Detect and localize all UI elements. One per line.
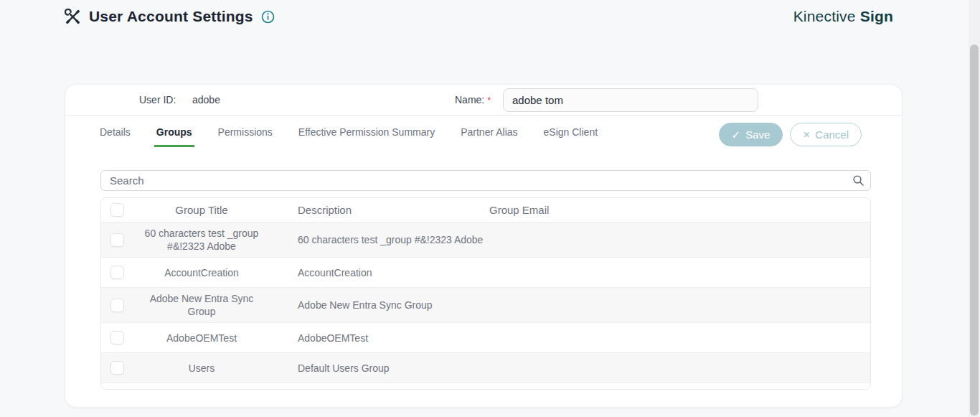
save-label: Save xyxy=(745,128,770,141)
groups-table: Group Title Description Group Email 60 c… xyxy=(100,197,871,390)
row-checkbox[interactable] xyxy=(110,299,124,312)
table-row[interactable]: AccountCreation AccountCreation xyxy=(101,258,870,288)
name-label: Name:* xyxy=(455,94,491,106)
description-cell: Default Users Group xyxy=(273,362,489,374)
table-footer-strip xyxy=(101,383,870,389)
group-title-cell: Users xyxy=(130,357,273,379)
vertical-scrollbar-track[interactable] xyxy=(969,0,980,417)
column-header-description: Description xyxy=(273,204,489,216)
brand-logo: Kinective Sign xyxy=(793,8,893,25)
description-cell: AdobeOEMTest xyxy=(273,332,489,344)
row-checkbox[interactable] xyxy=(110,361,124,375)
column-header-group-title: Group Title xyxy=(130,200,273,221)
group-title-cell: 60 characters test _group #&!2323 Adobe xyxy=(130,222,273,257)
brand-name: Kinective xyxy=(793,8,856,24)
user-id-label: User ID: xyxy=(139,94,176,106)
group-title-cell: Adobe New Entra Sync Group xyxy=(130,288,273,322)
settings-card: User ID: adobe Name:* Details Groups Per… xyxy=(65,84,903,408)
row-checkbox[interactable] xyxy=(110,331,124,345)
group-title-cell: AccountCreation xyxy=(130,262,273,284)
table-row[interactable]: AdobeOEMTest AdobeOEMTest xyxy=(101,323,870,353)
close-icon: × xyxy=(803,128,810,141)
row-checkbox[interactable] xyxy=(110,233,124,247)
group-title-cell: AdobeOEMTest xyxy=(130,327,273,349)
settings-tools-icon xyxy=(65,9,81,25)
table-row[interactable]: Adobe New Entra Sync Group Adobe New Ent… xyxy=(101,288,870,323)
select-all-checkbox[interactable] xyxy=(110,203,124,217)
column-header-group-email: Group Email xyxy=(489,204,870,216)
required-marker: * xyxy=(487,95,491,106)
user-id-value: adobe xyxy=(192,94,220,106)
row-checkbox[interactable] xyxy=(110,266,124,279)
tab-partner-alias[interactable]: Partner Alias xyxy=(458,116,519,147)
brand-product: Sign xyxy=(860,8,893,24)
user-form-row: User ID: adobe Name:* xyxy=(65,85,902,116)
name-input[interactable] xyxy=(503,88,758,112)
tab-permissions[interactable]: Permissions xyxy=(216,116,275,147)
vertical-scrollbar-thumb[interactable] xyxy=(970,44,979,416)
table-row[interactable]: Users Default Users Group xyxy=(101,353,870,383)
top-header: User Account Settings Kinective Sign xyxy=(0,0,969,33)
search-bar xyxy=(100,170,871,191)
tab-groups[interactable]: Groups xyxy=(154,116,194,147)
cancel-button[interactable]: × Cancel xyxy=(790,123,862,146)
page-title: User Account Settings xyxy=(89,8,253,25)
tab-details[interactable]: Details xyxy=(98,116,133,147)
action-buttons: ✓ Save × Cancel xyxy=(719,123,862,146)
title-group: User Account Settings xyxy=(65,8,275,25)
tab-effective-permission-summary[interactable]: Effective Permission Summary xyxy=(296,116,437,147)
search-icon[interactable] xyxy=(852,174,864,187)
description-cell: AccountCreation xyxy=(273,267,489,278)
table-row[interactable]: 60 characters test _group #&!2323 Adobe … xyxy=(101,222,870,258)
check-icon: ✓ xyxy=(732,129,741,140)
cancel-label: Cancel xyxy=(815,128,849,141)
table-header-row: Group Title Description Group Email xyxy=(101,198,870,222)
info-icon[interactable] xyxy=(261,10,275,24)
description-cell: 60 characters test _group #&!2323 Adobe xyxy=(273,234,489,245)
description-cell: Adobe New Entra Sync Group xyxy=(273,299,489,311)
search-input[interactable] xyxy=(100,170,871,191)
save-button[interactable]: ✓ Save xyxy=(719,123,783,146)
tab-esign-client[interactable]: eSign Client xyxy=(542,116,600,147)
